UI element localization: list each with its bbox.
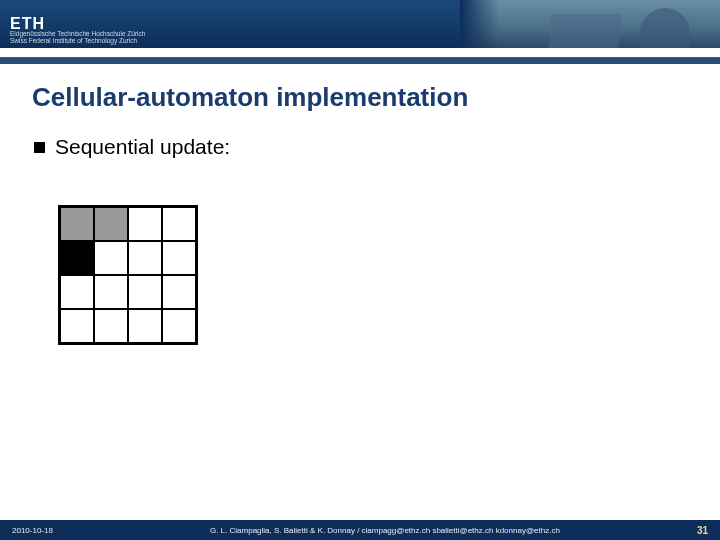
grid-cell (60, 241, 94, 275)
grid-cell (162, 309, 196, 343)
slide-content: Cellular-automaton implementation Sequen… (0, 64, 720, 345)
grid-cell (94, 275, 128, 309)
grid-cell (128, 309, 162, 343)
grid-cell (162, 241, 196, 275)
footer-page-number: 31 (697, 525, 708, 536)
grid-cell (94, 241, 128, 275)
bullet-text: Sequential update: (55, 135, 230, 159)
grid-cell (60, 309, 94, 343)
grid-cell (94, 309, 128, 343)
grid-cell (128, 275, 162, 309)
grid-cell (128, 207, 162, 241)
eth-subtitle-line2: Swiss Federal Institute of Technology Zu… (10, 37, 137, 44)
grid-cell (60, 275, 94, 309)
bullet-square-icon (34, 142, 45, 153)
grid-cell (94, 207, 128, 241)
footer-date: 2010-10-18 (12, 526, 53, 535)
slide-title: Cellular-automaton implementation (32, 82, 688, 113)
header-photo (460, 0, 720, 48)
bullet-item: Sequential update: (34, 135, 688, 159)
automaton-grid (58, 205, 198, 345)
eth-subtitle-line1: Eidgenössische Technische Hochschule Zür… (10, 30, 145, 37)
header-divider-white (0, 48, 720, 58)
grid-cell (162, 207, 196, 241)
grid-cell (162, 275, 196, 309)
grid-cell (128, 241, 162, 275)
footer-bar: 2010-10-18 G. L. Ciampaglia, S. Balietti… (0, 520, 720, 540)
header-bar: ETH Eidgenössische Technische Hochschule… (0, 0, 720, 48)
eth-subtitle: Eidgenössische Technische Hochschule Zür… (10, 30, 145, 44)
footer-authors: G. L. Ciampaglia, S. Balietti & K. Donna… (93, 526, 677, 535)
automaton-grid-wrap (58, 205, 688, 345)
grid-cell (60, 207, 94, 241)
